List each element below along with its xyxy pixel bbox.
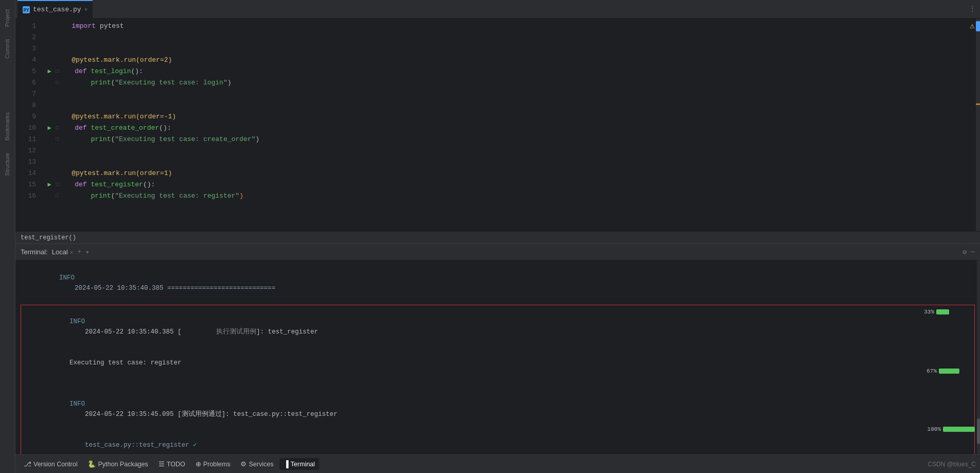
gutter-space [45,135,54,144]
code-line: @pytest.mark.run(order=1) [45,168,980,179]
todo-icon: ☰ [159,460,165,468]
scrollbar-thumb [976,21,980,31]
terminal-tab-label: Local [52,248,68,256]
terminal-settings-icon[interactable]: ⚙ [962,248,967,256]
code-lines[interactable]: import pytest @pytest.mark.run(order=2) … [41,19,980,231]
progress-67: 67% [926,366,959,376]
todo-label: TODO [167,461,185,468]
line-numbers: 1 2 3 4 5 6 7 8 9 10 11 12 13 14 15 16 [15,19,41,231]
problems-button[interactable]: ⊕ Problems [191,458,235,470]
code-line [45,43,980,55]
csdn-watermark: CSDN @blues_C [927,461,976,468]
code-line: @pytest.mark.run(order=-1) [45,111,980,122]
sidebar-item-bookmarks[interactable]: Bookmarks [1,106,14,147]
progress-bar-67 [939,369,959,374]
version-control-label: Version Control [33,461,77,468]
code-line [45,89,980,100]
sidebar-item-commit[interactable]: Commit [1,33,14,65]
run-gutter-icon[interactable]: ▶ [45,67,54,76]
code-line: @pytest.mark.run(order=2) [45,55,980,66]
function-hint-bar: test_register() [15,231,980,243]
terminal-tab-local[interactable]: Local × [52,248,74,256]
terminal-dropdown-button[interactable]: ▾ [85,248,90,256]
code-line: □ print("Executing test case: create_ord… [45,134,980,145]
terminal-header: Terminal: Local × + ▾ ⚙ ─ [15,244,980,260]
python-packages-label: Python Packages [98,461,148,468]
sidebar-item-project[interactable]: Project [1,3,14,33]
terminal-area: Terminal: Local × + ▾ ⚙ ─ INFO 2024-05-2… [15,243,980,454]
log-line: Executing test case: register [23,347,972,378]
terminal-scrollbar-thumb [977,418,980,444]
tab-close-button[interactable]: × [84,7,88,13]
problems-icon: ⊕ [196,460,201,468]
tab-bar: py test_case.py × ⋮ [15,0,980,19]
code-line: ▶ □ def test_create_order(): [45,122,980,134]
code-line: □ print("Executing test case: register") [45,190,980,202]
terminal-local-close[interactable]: × [70,249,73,255]
todo-button[interactable]: ☰ TODO [154,458,189,470]
log-line [23,378,972,389]
terminal-content[interactable]: INFO 2024-05-22 10:35:40.385 ===========… [15,260,980,454]
run-gutter-icon[interactable]: ▶ [45,181,54,189]
gutter-space [45,113,54,121]
terminal-title: Terminal: [21,248,48,256]
services-button[interactable]: ⚙ Services [236,458,277,470]
terminal-minimize-icon[interactable]: ─ [971,248,975,256]
code-line: ▶ □ def test_register(): [45,179,980,190]
content-area: py test_case.py × ⋮ 1 2 3 4 5 6 7 [15,0,980,473]
python-packages-button[interactable]: 🐍 Python Packages [83,458,152,470]
log-line: INFO 2024-05-22 10:35:40.385 [ 执行测试用例]: … [23,306,972,347]
log-line: test_case.py::test_register ✓ [23,430,972,454]
version-control-icon: ⎇ [24,460,31,468]
tab-label: test_case.py [33,6,81,13]
code-line: import pytest [45,21,980,32]
gutter-space [45,22,54,30]
code-area: 1 2 3 4 5 6 7 8 9 10 11 12 13 14 15 16 [15,19,980,231]
code-line [45,145,980,156]
warning-icon: ⚠ [970,21,975,31]
terminal-icon: ▐ [284,460,288,468]
gutter-space [45,192,54,200]
editor-scrollbar[interactable] [976,19,980,231]
minimap-mark [976,103,980,105]
toolbar-right: CSDN @blues_C [927,461,976,468]
terminal-button[interactable]: ▐ Terminal [279,458,319,470]
bottom-toolbar: ⎇ Version Control 🐍 Python Packages ☰ TO… [15,454,980,473]
terminal-right-controls: ⚙ ─ [962,248,975,256]
python-packages-icon: 🐍 [87,460,96,468]
services-label: Services [249,461,273,468]
python-file-icon: py [23,6,30,13]
function-hint-text: test_register() [21,234,76,241]
problems-label: Problems [203,461,231,468]
file-tab[interactable]: py test_case.py × [18,0,93,19]
log-line: INFO 2024-05-22 10:35:45.095 [测试用例通过]: t… [23,389,972,430]
main-layout: Project Commit Bookmarks Structure py te… [0,0,980,473]
left-sidebar: Project Commit Bookmarks Structure [0,0,15,473]
progress-33: 33% [924,307,949,317]
gutter-space [45,169,54,178]
code-line [45,100,980,111]
gutter-space [45,79,54,87]
code-line: ▶ □ def test_login(): [45,66,980,77]
code-line [45,32,980,43]
run-gutter-icon[interactable]: ▶ [45,124,54,132]
services-icon: ⚙ [240,460,247,468]
log-line: INFO 2024-05-22 10:35:40.385 ===========… [21,262,975,304]
terminal-label: Terminal [291,461,315,468]
version-control-button[interactable]: ⎇ Version Control [20,458,81,470]
tab-right-icons: ⋮ [969,5,980,13]
progress-bar-100 [943,427,975,432]
log-group-register: INFO 2024-05-22 10:35:40.385 [ 执行测试用例]: … [21,305,975,454]
progress-100: 100% [927,424,975,434]
editor-content: 1 2 3 4 5 6 7 8 9 10 11 12 13 14 15 16 [15,19,980,231]
terminal-scrollbar[interactable] [977,260,980,454]
code-line [45,156,980,168]
code-line: □ print("Executing test case: login") [45,77,980,89]
more-options-icon[interactable]: ⋮ [969,5,976,13]
gutter-space [45,56,54,64]
progress-bar-33 [936,309,949,314]
terminal-add-button[interactable]: + [77,248,81,256]
sidebar-item-structure[interactable]: Structure [1,147,14,182]
